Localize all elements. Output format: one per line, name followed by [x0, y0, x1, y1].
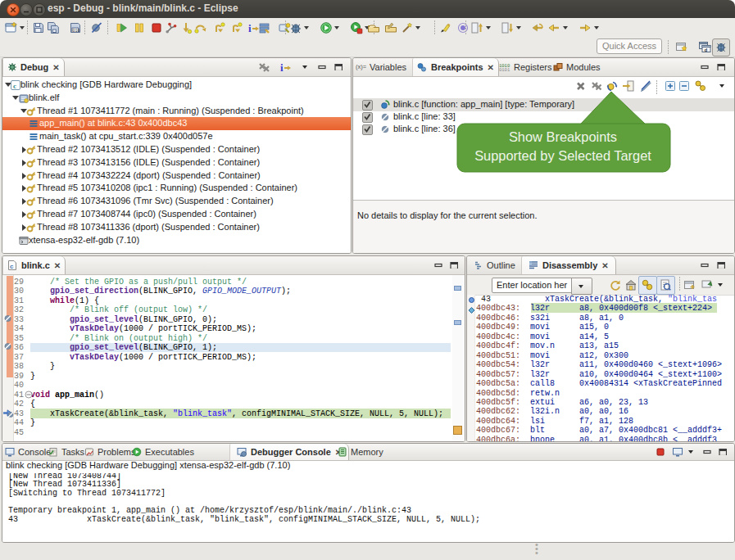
- svg-text:010: 010: [73, 29, 80, 34]
- svg-text:c: c: [10, 263, 14, 270]
- svg-text:0101: 0101: [499, 67, 510, 72]
- svg-text:Show Breakpoints: Show Breakpoints: [509, 129, 617, 144]
- svg-text:Supported by Selected Target: Supported by Selected Target: [474, 148, 651, 163]
- svg-text:c: c: [13, 82, 16, 90]
- svg-text:i: i: [248, 22, 252, 34]
- svg-text:i: i: [280, 61, 284, 74]
- svg-text:(x)=: (x)=: [356, 63, 367, 70]
- svg-text:d: d: [705, 47, 708, 52]
